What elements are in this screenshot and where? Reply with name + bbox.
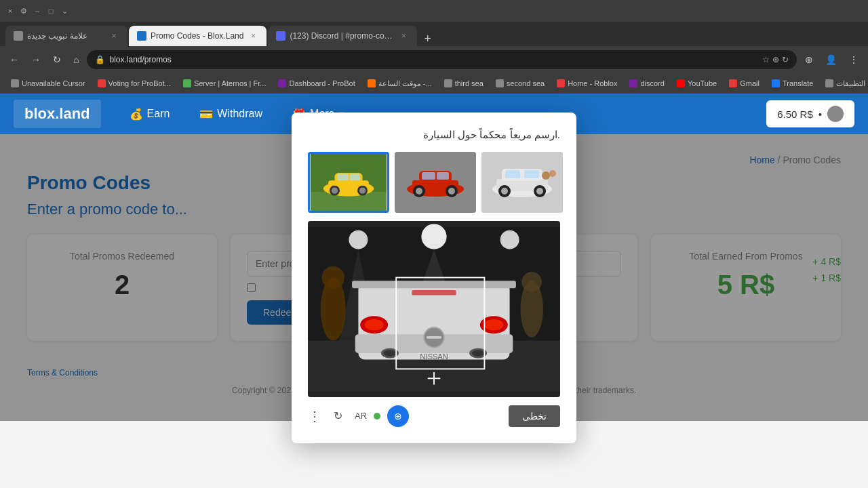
home-button[interactable]: ⌂ — [69, 52, 83, 68]
url-text: blox.land/promos — [109, 55, 758, 64]
bookmark-favicon — [629, 79, 637, 87]
svg-rect-48 — [427, 336, 441, 338]
bookmark-label: second sea — [507, 79, 545, 87]
bookmarks-bar: Unavailable Cursor Voting for ProBot... … — [0, 73, 868, 94]
bookmark-label: Dashboard - ProBot — [289, 79, 355, 87]
withdraw-icon: 💳 — [199, 108, 213, 121]
svg-point-35 — [349, 230, 368, 249]
nav-balance[interactable]: 6.50 R$ • — [766, 100, 854, 127]
bookmark-favicon — [183, 79, 191, 87]
tab-discord[interactable]: (123) Discord | #promo-codes | × — [268, 26, 417, 46]
menu-button[interactable]: ⋮ — [845, 52, 863, 68]
withdraw-label: Withdraw — [217, 108, 262, 120]
captcha-thumb-white[interactable] — [481, 152, 563, 213]
new-tab-button[interactable]: + — [418, 32, 437, 46]
svg-point-26 — [501, 188, 508, 195]
tab-favicon-active — [137, 31, 146, 41]
address-icons: ☆ ⊕ ↻ — [762, 55, 789, 64]
bookmark-translate[interactable]: Translate — [766, 78, 818, 89]
title-bar: × ⚙ – □ ⌄ — [0, 0, 868, 22]
bookmark-label: Translate — [783, 79, 813, 87]
bookmark-favicon — [557, 79, 565, 87]
svg-point-51 — [384, 350, 397, 356]
bookmark-favicon — [772, 79, 780, 87]
svg-point-16 — [416, 188, 422, 195]
bookmark-label: Gmail — [740, 79, 760, 87]
bookmark-favicon — [278, 79, 286, 87]
earn-label: Earn — [147, 108, 170, 120]
bookmark-favicon — [98, 79, 106, 87]
tab-title-discord: (123) Discord | #promo-codes | — [290, 31, 394, 41]
bookmark-second-sea[interactable]: second sea — [490, 78, 550, 89]
page-content: blox.land 💰 Earn 💳 Withdraw 🎁 More ▾ 6.5… — [0, 94, 868, 488]
svg-rect-30 — [524, 170, 539, 178]
bookmark-timer[interactable]: موقت الساعة -... — [362, 78, 437, 89]
svg-point-6 — [332, 187, 338, 193]
captcha-footer: ⋮ ↻ AR ⊕ تخطى — [308, 405, 560, 427]
svg-rect-29 — [505, 170, 520, 178]
star-icon[interactable]: ☆ — [762, 55, 770, 64]
back-button[interactable]: ← — [5, 52, 23, 68]
svg-point-8 — [359, 187, 366, 193]
bookmark-third-sea[interactable]: third sea — [439, 78, 489, 89]
bookmark-label: موقت الساعة -... — [378, 79, 432, 88]
user-avatar — [827, 106, 844, 122]
nav-earn[interactable]: 💰 Earn — [121, 102, 178, 126]
svg-text:NISSAN: NISSAN — [420, 352, 448, 361]
svg-point-43 — [365, 319, 384, 330]
address-bar[interactable]: 🔒 blox.land/promos ☆ ⊕ ↻ — [87, 50, 797, 69]
bookmark-favicon — [677, 79, 685, 87]
bookmark-gmail[interactable]: Gmail — [724, 78, 765, 89]
bookmark-unavailable-cursor[interactable]: Unavailable Cursor — [5, 78, 91, 89]
profile-button[interactable]: 👤 — [821, 52, 841, 68]
site-logo[interactable]: blox.land — [14, 100, 101, 128]
tab-title-active: Promo Codes - Blox.Land — [151, 31, 243, 41]
maximize-btn[interactable]: □ — [46, 6, 56, 16]
svg-rect-19 — [422, 172, 435, 180]
minimize-btn[interactable]: – — [33, 6, 42, 16]
close-btn[interactable]: × — [5, 6, 15, 16]
captcha-brand-icon: ⊕ — [387, 405, 409, 427]
bookmark-label: Voting for ProBot... — [108, 79, 171, 87]
extensions-button[interactable]: ⊕ — [801, 52, 817, 68]
bookmark-label: Server | Aternos | Fr... — [194, 79, 267, 87]
captcha-skip-button[interactable]: تخطى — [509, 405, 560, 427]
captcha-modal: .ارسم مريعاً محكماً حول السيارة — [292, 113, 576, 443]
bookmark-favicon — [444, 79, 452, 87]
captcha-refresh-button[interactable]: ↻ — [328, 407, 348, 425]
tab-close-discord-icon[interactable]: × — [398, 30, 409, 41]
bookmark-discord[interactable]: discord — [624, 78, 669, 89]
tab-close-icon[interactable]: × — [108, 30, 119, 41]
svg-rect-54 — [352, 281, 516, 288]
bookmark-aternos[interactable]: Server | Aternos | Fr... — [178, 78, 272, 89]
reload-button[interactable]: ↻ — [49, 52, 65, 68]
bookmark-favicon — [825, 79, 833, 87]
svg-point-36 — [421, 224, 446, 249]
tab-new-tab[interactable]: علامة تبويب جديدة × — [5, 26, 127, 46]
svg-point-45 — [484, 319, 503, 330]
captcha-menu-button[interactable]: ⋮ — [308, 408, 321, 424]
tab-close-active-icon[interactable]: × — [248, 30, 258, 41]
captcha-thumb-yellow[interactable] — [308, 152, 389, 213]
captcha-thumb-red[interactable] — [395, 152, 476, 213]
settings-btn[interactable]: ⚙ — [19, 6, 28, 16]
svg-point-37 — [500, 230, 519, 249]
bookmark-apps[interactable]: التطبيقات — [820, 78, 868, 89]
history-btn[interactable]: ⌄ — [60, 6, 69, 16]
bookmark-youtube[interactable]: YouTube — [671, 78, 722, 89]
svg-point-28 — [536, 188, 543, 195]
nav-withdraw[interactable]: 💳 Withdraw — [191, 102, 271, 126]
forward-button[interactable]: → — [27, 52, 45, 68]
bookmark-probot[interactable]: Dashboard - ProBot — [273, 78, 360, 89]
captcha-overlay: .ارسم مريعاً محكماً حول السيارة — [0, 134, 868, 421]
extension-icon[interactable]: ⊕ — [772, 55, 779, 64]
svg-point-32 — [549, 170, 556, 177]
refresh-icon[interactable]: ↻ — [782, 55, 789, 64]
tab-promo[interactable]: Promo Codes - Blox.Land × — [129, 26, 267, 46]
captcha-main-image[interactable]: NISSAN — [308, 221, 560, 397]
captcha-thumbnails — [308, 152, 560, 213]
bookmark-label: third sea — [455, 79, 484, 87]
bookmark-label: Home - Roblox — [568, 79, 617, 87]
bookmark-voting[interactable]: Voting for ProBot... — [92, 78, 176, 89]
bookmark-roblox[interactable]: Home - Roblox — [551, 78, 623, 89]
